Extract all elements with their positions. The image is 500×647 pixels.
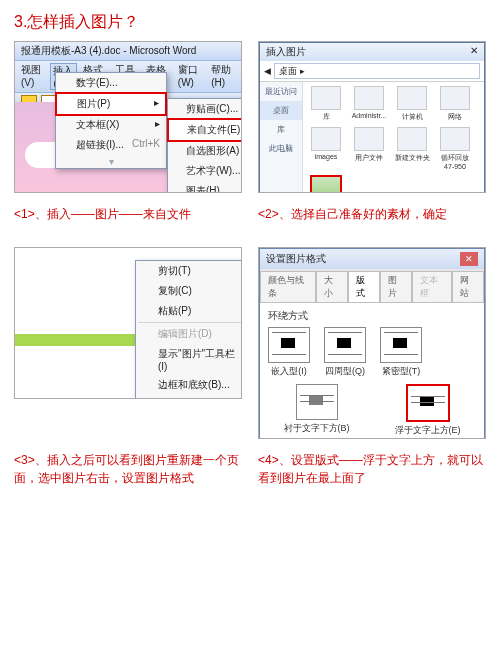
- wrap-front[interactable]: 浮于文字上方(E): [395, 384, 461, 437]
- places-sidebar: 最近访问 桌面 库 此电脑: [260, 82, 303, 193]
- file-item[interactable]: 循环回放 47-950: [436, 127, 474, 170]
- wrap-label: 环绕方式: [268, 309, 476, 323]
- dlg4-title: 设置图片格式: [266, 252, 326, 266]
- window-title: 报通用模板-A3 (4).doc - Microsoft Word: [15, 42, 241, 61]
- sub-wordart[interactable]: 艺术字(W)...: [168, 161, 242, 181]
- file-item[interactable]: 用户文件: [350, 127, 388, 170]
- picture-submenu: 剪贴画(C)... 来自文件(E)... 自选图形(A) 艺术字(W)... 图…: [167, 98, 242, 193]
- page-heading: 3.怎样插入图片？: [14, 12, 486, 33]
- caption-2: <2>、选择自己准备好的素材，确定: [258, 205, 486, 223]
- ctx-borders[interactable]: 边框和底纹(B)...: [136, 375, 242, 395]
- sub-autoshape[interactable]: 自选图形(A): [168, 141, 242, 161]
- sub-chart[interactable]: 图表(H): [168, 181, 242, 193]
- file-item[interactable]: images: [307, 127, 345, 170]
- tab-size[interactable]: 大小: [316, 271, 348, 302]
- ctx-paste[interactable]: 粘贴(P): [136, 301, 242, 321]
- wrap-square[interactable]: 四周型(Q): [324, 327, 366, 378]
- menu-item-picture[interactable]: 图片(P)▸: [55, 92, 167, 116]
- close-icon[interactable]: ✕: [470, 45, 478, 59]
- sub-clipart[interactable]: 剪贴画(C)...: [168, 99, 242, 119]
- path-bar[interactable]: 桌面 ▸: [274, 63, 480, 79]
- ctx-copy[interactable]: 复制(C): [136, 281, 242, 301]
- menu-view[interactable]: 视图(V): [19, 63, 46, 90]
- file-grid: 库 Administr... 计算机 网络 images 用户文件 新建文件夹 …: [303, 82, 484, 193]
- caption-3: <3>、插入之后可以看到图片重新建一个页面，选中图片右击，设置图片格式: [14, 451, 242, 487]
- file-item[interactable]: 网络: [436, 86, 474, 122]
- screenshot-step2: 插入图片✕ ◀桌面 ▸ 最近访问 桌面 库 此电脑 库 Administr...…: [258, 41, 486, 193]
- ctx-cut[interactable]: 剪切(T): [136, 261, 242, 281]
- place-pc[interactable]: 此电脑: [260, 139, 302, 158]
- ctx-show-toolbar[interactable]: 显示"图片"工具栏(I): [136, 344, 242, 375]
- menu-window[interactable]: 窗口(W): [176, 63, 205, 90]
- tab-colors[interactable]: 颜色与线条: [260, 271, 316, 302]
- tab-web[interactable]: 网站: [452, 271, 484, 302]
- tab-strip: 颜色与线条 大小 版式 图片 文本框 网站: [260, 269, 484, 302]
- file-item[interactable]: Administr...: [350, 86, 388, 122]
- wrap-inline[interactable]: 嵌入型(I): [268, 327, 310, 378]
- ctx-caption[interactable]: 题注(C)...: [136, 395, 242, 399]
- close-icon[interactable]: ✕: [460, 252, 478, 266]
- menu-item-numbers[interactable]: 数字(E)...: [56, 73, 166, 93]
- insert-dropdown: 数字(E)... 图片(P)▸ 文本框(X)▸ 超链接(I)...Ctrl+K …: [55, 72, 167, 169]
- screenshot-step4: 设置图片格式✕ 颜色与线条 大小 版式 图片 文本框 网站 环绕方式 嵌入型(I…: [258, 247, 486, 439]
- screenshot-step1: 报通用模板-A3 (4).doc - Microsoft Word 视图(V) …: [14, 41, 242, 193]
- menu-item-hyperlink[interactable]: 超链接(I)...Ctrl+K: [56, 135, 166, 155]
- dlg-title: 插入图片: [266, 45, 306, 59]
- tab-textbox[interactable]: 文本框: [412, 271, 452, 302]
- ctx-edit-pic: 编辑图片(D): [136, 324, 242, 344]
- place-desktop[interactable]: 桌面: [260, 101, 302, 120]
- file-item[interactable]: 计算机: [393, 86, 431, 122]
- tab-layout[interactable]: 版式: [348, 271, 380, 303]
- menu-help[interactable]: 帮助(H): [209, 63, 237, 90]
- wrap-behind[interactable]: 衬于文字下方(B): [284, 384, 350, 437]
- caption-4: <4>、设置版式——浮于文字上方，就可以看到图片在最上面了: [258, 451, 486, 487]
- screenshot-step3: 剪切(T) 复制(C) 粘贴(P) 编辑图片(D) 显示"图片"工具栏(I) 边…: [14, 247, 242, 399]
- menu-item-textbox[interactable]: 文本框(X)▸: [56, 115, 166, 135]
- tab-picture[interactable]: 图片: [380, 271, 412, 302]
- file-item[interactable]: 库: [307, 86, 345, 122]
- caption-1: <1>、插入——图片——来自文件: [14, 205, 242, 223]
- wrap-tight[interactable]: 紧密型(T): [380, 327, 422, 378]
- context-menu: 剪切(T) 复制(C) 粘贴(P) 编辑图片(D) 显示"图片"工具栏(I) 边…: [135, 260, 242, 399]
- place-lib[interactable]: 库: [260, 120, 302, 139]
- sub-from-file[interactable]: 来自文件(E)...: [167, 118, 242, 142]
- back-icon[interactable]: ◀: [264, 66, 271, 76]
- file-item-selected[interactable]: 简单边框.jpg: [307, 175, 345, 193]
- place-recent[interactable]: 最近访问: [260, 82, 302, 101]
- file-item[interactable]: 新建文件夹: [393, 127, 431, 170]
